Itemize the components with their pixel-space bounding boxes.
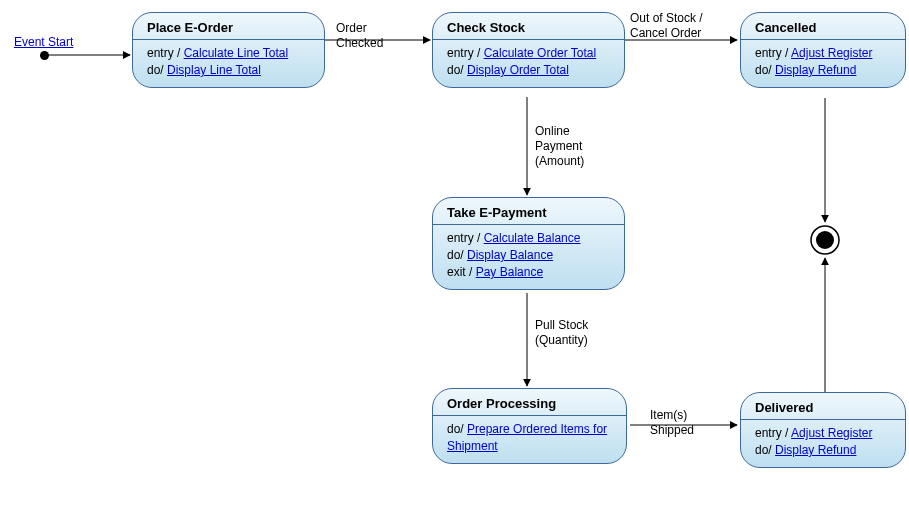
do-prefix: do/ — [147, 63, 167, 77]
do-action-link[interactable]: Display Refund — [775, 63, 856, 77]
state-body: entry / Calculate Line Total do/ Display… — [133, 40, 324, 87]
state-take-e-payment: Take E-Payment entry / Calculate Balance… — [432, 197, 625, 290]
state-title: Delivered — [741, 393, 905, 420]
state-title: Order Processing — [433, 389, 626, 416]
state-body: do/ Prepare Ordered Items for Shipment — [433, 416, 626, 463]
exit-prefix: exit / — [447, 265, 476, 279]
label-items-shipped: Item(s)Shipped — [650, 408, 694, 438]
do-prefix: do/ — [755, 443, 775, 457]
entry-prefix: entry / — [147, 46, 184, 60]
final-state-dot — [816, 231, 834, 249]
state-title: Cancelled — [741, 13, 905, 40]
entry-action-link[interactable]: Calculate Order Total — [484, 46, 597, 60]
do-prefix: do/ — [755, 63, 775, 77]
do-prefix: do/ — [447, 63, 467, 77]
do-action-link[interactable]: Display Line Total — [167, 63, 261, 77]
state-body: entry / Calculate Order Total do/ Displa… — [433, 40, 624, 87]
do-action-link[interactable]: Display Balance — [467, 248, 553, 262]
state-title: Check Stock — [433, 13, 624, 40]
state-body: entry / Calculate Balance do/ Display Ba… — [433, 225, 624, 289]
state-order-processing: Order Processing do/ Prepare Ordered Ite… — [432, 388, 627, 464]
entry-prefix: entry / — [755, 46, 791, 60]
state-place-e-order: Place E-Order entry / Calculate Line Tot… — [132, 12, 325, 88]
entry-prefix: entry / — [447, 231, 484, 245]
state-body: entry / Adjust Register do/ Display Refu… — [741, 40, 905, 87]
entry-prefix: entry / — [755, 426, 791, 440]
do-prefix: do/ — [447, 422, 467, 436]
state-title: Take E-Payment — [433, 198, 624, 225]
label-pull-stock: Pull Stock(Quantity) — [535, 318, 588, 348]
do-action-link[interactable]: Display Refund — [775, 443, 856, 457]
label-out-of-stock: Out of Stock /Cancel Order — [630, 11, 703, 41]
state-check-stock: Check Stock entry / Calculate Order Tota… — [432, 12, 625, 88]
label-order-checked: OrderChecked — [336, 21, 383, 51]
entry-prefix: entry / — [447, 46, 484, 60]
state-body: entry / Adjust Register do/ Display Refu… — [741, 420, 905, 467]
entry-action-link[interactable]: Calculate Line Total — [184, 46, 289, 60]
do-prefix: do/ — [447, 248, 467, 262]
label-online-payment: OnlinePayment(Amount) — [535, 124, 584, 169]
do-action-link[interactable]: Prepare Ordered Items for Shipment — [447, 422, 607, 453]
entry-action-link[interactable]: Calculate Balance — [484, 231, 581, 245]
entry-action-link[interactable]: Adjust Register — [791, 46, 872, 60]
event-start-link[interactable]: Event Start — [14, 35, 73, 49]
state-delivered: Delivered entry / Adjust Register do/ Di… — [740, 392, 906, 468]
state-title: Place E-Order — [133, 13, 324, 40]
initial-state-dot — [40, 51, 49, 60]
exit-action-link[interactable]: Pay Balance — [476, 265, 543, 279]
state-cancelled: Cancelled entry / Adjust Register do/ Di… — [740, 12, 906, 88]
do-action-link[interactable]: Display Order Total — [467, 63, 569, 77]
entry-action-link[interactable]: Adjust Register — [791, 426, 872, 440]
